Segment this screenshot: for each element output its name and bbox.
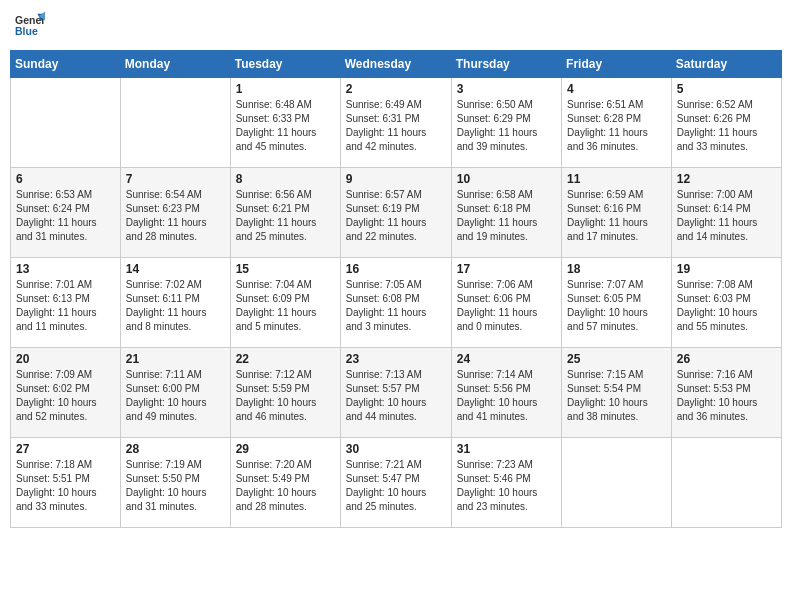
day-info: Sunrise: 6:53 AMSunset: 6:24 PMDaylight:… (16, 188, 115, 244)
day-number: 16 (346, 262, 446, 276)
calendar-day-cell: 27 Sunrise: 7:18 AMSunset: 5:51 PMDaylig… (11, 438, 121, 528)
day-number: 7 (126, 172, 225, 186)
day-number: 20 (16, 352, 115, 366)
day-info: Sunrise: 7:15 AMSunset: 5:54 PMDaylight:… (567, 368, 666, 424)
calendar-day-cell: 12 Sunrise: 7:00 AMSunset: 6:14 PMDaylig… (671, 168, 781, 258)
day-info: Sunrise: 7:16 AMSunset: 5:53 PMDaylight:… (677, 368, 776, 424)
weekday-header-cell: Monday (120, 51, 230, 78)
calendar-day-cell: 19 Sunrise: 7:08 AMSunset: 6:03 PMDaylig… (671, 258, 781, 348)
day-info: Sunrise: 7:20 AMSunset: 5:49 PMDaylight:… (236, 458, 335, 514)
day-number: 26 (677, 352, 776, 366)
day-number: 14 (126, 262, 225, 276)
day-info: Sunrise: 7:07 AMSunset: 6:05 PMDaylight:… (567, 278, 666, 334)
day-info: Sunrise: 6:56 AMSunset: 6:21 PMDaylight:… (236, 188, 335, 244)
day-number: 1 (236, 82, 335, 96)
day-info: Sunrise: 7:04 AMSunset: 6:09 PMDaylight:… (236, 278, 335, 334)
day-number: 5 (677, 82, 776, 96)
day-number: 11 (567, 172, 666, 186)
day-info: Sunrise: 6:57 AMSunset: 6:19 PMDaylight:… (346, 188, 446, 244)
calendar-day-cell: 22 Sunrise: 7:12 AMSunset: 5:59 PMDaylig… (230, 348, 340, 438)
weekday-header-cell: Thursday (451, 51, 561, 78)
day-info: Sunrise: 7:23 AMSunset: 5:46 PMDaylight:… (457, 458, 556, 514)
svg-text:Blue: Blue (15, 25, 38, 37)
day-number: 21 (126, 352, 225, 366)
day-info: Sunrise: 6:51 AMSunset: 6:28 PMDaylight:… (567, 98, 666, 154)
weekday-header-cell: Tuesday (230, 51, 340, 78)
weekday-header-cell: Sunday (11, 51, 121, 78)
day-number: 31 (457, 442, 556, 456)
day-number: 12 (677, 172, 776, 186)
weekday-header-cell: Friday (562, 51, 672, 78)
day-number: 13 (16, 262, 115, 276)
day-number: 23 (346, 352, 446, 366)
calendar-day-cell: 24 Sunrise: 7:14 AMSunset: 5:56 PMDaylig… (451, 348, 561, 438)
calendar-day-cell: 4 Sunrise: 6:51 AMSunset: 6:28 PMDayligh… (562, 78, 672, 168)
calendar-day-cell: 15 Sunrise: 7:04 AMSunset: 6:09 PMDaylig… (230, 258, 340, 348)
calendar-day-cell: 8 Sunrise: 6:56 AMSunset: 6:21 PMDayligh… (230, 168, 340, 258)
calendar-day-cell: 5 Sunrise: 6:52 AMSunset: 6:26 PMDayligh… (671, 78, 781, 168)
calendar-body: 1 Sunrise: 6:48 AMSunset: 6:33 PMDayligh… (11, 78, 782, 528)
calendar-day-cell: 14 Sunrise: 7:02 AMSunset: 6:11 PMDaylig… (120, 258, 230, 348)
calendar-week-row: 20 Sunrise: 7:09 AMSunset: 6:02 PMDaylig… (11, 348, 782, 438)
day-info: Sunrise: 7:12 AMSunset: 5:59 PMDaylight:… (236, 368, 335, 424)
day-number: 22 (236, 352, 335, 366)
calendar-day-cell: 21 Sunrise: 7:11 AMSunset: 6:00 PMDaylig… (120, 348, 230, 438)
day-number: 24 (457, 352, 556, 366)
day-info: Sunrise: 7:05 AMSunset: 6:08 PMDaylight:… (346, 278, 446, 334)
calendar-day-cell: 18 Sunrise: 7:07 AMSunset: 6:05 PMDaylig… (562, 258, 672, 348)
day-number: 15 (236, 262, 335, 276)
day-info: Sunrise: 7:14 AMSunset: 5:56 PMDaylight:… (457, 368, 556, 424)
calendar-day-cell: 30 Sunrise: 7:21 AMSunset: 5:47 PMDaylig… (340, 438, 451, 528)
day-info: Sunrise: 7:00 AMSunset: 6:14 PMDaylight:… (677, 188, 776, 244)
day-info: Sunrise: 7:02 AMSunset: 6:11 PMDaylight:… (126, 278, 225, 334)
day-number: 28 (126, 442, 225, 456)
weekday-header-cell: Wednesday (340, 51, 451, 78)
calendar-day-cell: 1 Sunrise: 6:48 AMSunset: 6:33 PMDayligh… (230, 78, 340, 168)
day-info: Sunrise: 6:50 AMSunset: 6:29 PMDaylight:… (457, 98, 556, 154)
calendar-day-cell: 31 Sunrise: 7:23 AMSunset: 5:46 PMDaylig… (451, 438, 561, 528)
day-info: Sunrise: 7:18 AMSunset: 5:51 PMDaylight:… (16, 458, 115, 514)
day-info: Sunrise: 7:21 AMSunset: 5:47 PMDaylight:… (346, 458, 446, 514)
day-info: Sunrise: 7:06 AMSunset: 6:06 PMDaylight:… (457, 278, 556, 334)
day-number: 19 (677, 262, 776, 276)
calendar-day-cell: 26 Sunrise: 7:16 AMSunset: 5:53 PMDaylig… (671, 348, 781, 438)
calendar-day-cell: 9 Sunrise: 6:57 AMSunset: 6:19 PMDayligh… (340, 168, 451, 258)
calendar-day-cell: 16 Sunrise: 7:05 AMSunset: 6:08 PMDaylig… (340, 258, 451, 348)
weekday-header-cell: Saturday (671, 51, 781, 78)
calendar-table: SundayMondayTuesdayWednesdayThursdayFrid… (10, 50, 782, 528)
day-number: 8 (236, 172, 335, 186)
calendar-day-cell (11, 78, 121, 168)
day-number: 2 (346, 82, 446, 96)
calendar-day-cell: 3 Sunrise: 6:50 AMSunset: 6:29 PMDayligh… (451, 78, 561, 168)
day-number: 30 (346, 442, 446, 456)
day-number: 9 (346, 172, 446, 186)
calendar-day-cell: 17 Sunrise: 7:06 AMSunset: 6:06 PMDaylig… (451, 258, 561, 348)
calendar-day-cell: 25 Sunrise: 7:15 AMSunset: 5:54 PMDaylig… (562, 348, 672, 438)
day-number: 25 (567, 352, 666, 366)
calendar-day-cell: 10 Sunrise: 6:58 AMSunset: 6:18 PMDaylig… (451, 168, 561, 258)
calendar-day-cell: 2 Sunrise: 6:49 AMSunset: 6:31 PMDayligh… (340, 78, 451, 168)
day-info: Sunrise: 6:49 AMSunset: 6:31 PMDaylight:… (346, 98, 446, 154)
day-info: Sunrise: 6:48 AMSunset: 6:33 PMDaylight:… (236, 98, 335, 154)
calendar-day-cell: 13 Sunrise: 7:01 AMSunset: 6:13 PMDaylig… (11, 258, 121, 348)
day-number: 10 (457, 172, 556, 186)
calendar-day-cell (671, 438, 781, 528)
day-number: 27 (16, 442, 115, 456)
day-number: 29 (236, 442, 335, 456)
day-info: Sunrise: 7:08 AMSunset: 6:03 PMDaylight:… (677, 278, 776, 334)
day-number: 18 (567, 262, 666, 276)
day-number: 3 (457, 82, 556, 96)
calendar-week-row: 13 Sunrise: 7:01 AMSunset: 6:13 PMDaylig… (11, 258, 782, 348)
weekday-header-row: SundayMondayTuesdayWednesdayThursdayFrid… (11, 51, 782, 78)
calendar-day-cell: 11 Sunrise: 6:59 AMSunset: 6:16 PMDaylig… (562, 168, 672, 258)
logo: General Blue (15, 10, 45, 40)
calendar-day-cell: 23 Sunrise: 7:13 AMSunset: 5:57 PMDaylig… (340, 348, 451, 438)
calendar-day-cell: 6 Sunrise: 6:53 AMSunset: 6:24 PMDayligh… (11, 168, 121, 258)
calendar-day-cell (120, 78, 230, 168)
logo-icon: General Blue (15, 10, 45, 40)
day-info: Sunrise: 7:01 AMSunset: 6:13 PMDaylight:… (16, 278, 115, 334)
calendar-day-cell: 28 Sunrise: 7:19 AMSunset: 5:50 PMDaylig… (120, 438, 230, 528)
day-info: Sunrise: 7:11 AMSunset: 6:00 PMDaylight:… (126, 368, 225, 424)
calendar-day-cell (562, 438, 672, 528)
calendar-week-row: 1 Sunrise: 6:48 AMSunset: 6:33 PMDayligh… (11, 78, 782, 168)
